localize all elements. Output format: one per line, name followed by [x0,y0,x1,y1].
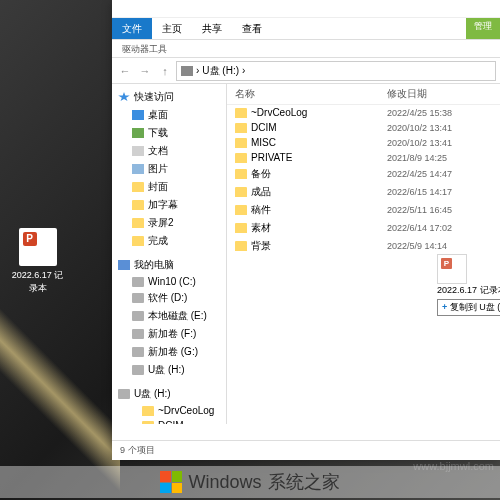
file-name: MISC [251,137,276,148]
file-name: PRIVATE [251,152,292,163]
file-name: 稿件 [251,203,271,217]
folder-icon [132,218,144,228]
sidebar-drive-f[interactable]: 新加卷 (F:) [112,325,226,343]
document-icon [132,146,144,156]
tab-home[interactable]: 主页 [152,18,192,39]
drive-icon [132,293,144,303]
title-bar[interactable] [112,0,500,18]
sidebar-udrive[interactable]: U盘 (H:) [112,385,226,403]
file-row[interactable]: 背景2022/5/9 14:14 [227,237,500,255]
drive-icon [132,365,144,375]
pdf-icon [437,254,467,284]
nav-forward-button[interactable]: → [136,62,154,80]
sidebar-item-cover[interactable]: 封面 [112,178,226,196]
breadcrumb[interactable]: › U盘 (H:) › [176,61,496,81]
usb-drive-icon [181,66,193,76]
sidebar-this-pc[interactable]: 我的电脑 [112,256,226,274]
explorer-content: 快速访问 桌面 下载 文档 图片 封面 加字幕 录屏2 完成 我的电脑 Win1… [112,84,500,424]
folder-icon [142,421,154,425]
sidebar-drive-d[interactable]: 软件 (D:) [112,289,226,307]
drive-icon [132,311,144,321]
file-explorer-window: 文件 主页 共享 查看 管理 驱动器工具 ← → ↑ › U盘 (H:) › 快… [112,0,500,460]
drive-icon [118,389,130,399]
sidebar-quick-access[interactable]: 快速访问 [112,88,226,106]
folder-icon [235,241,247,251]
folder-icon [235,187,247,197]
sidebar-item-record[interactable]: 录屏2 [112,214,226,232]
file-list[interactable]: 名称 修改日期 ~DrvCeoLog2022/4/25 15:38DCIM202… [227,84,500,424]
folder-icon [235,205,247,215]
sidebar-item-pictures[interactable]: 图片 [112,160,226,178]
drive-icon [132,347,144,357]
drive-icon [132,277,144,287]
windows-logo-icon [160,471,182,493]
download-icon [132,128,144,138]
file-date: 2022/4/25 15:38 [387,108,492,118]
sidebar-item-subtitle[interactable]: 加字幕 [112,196,226,214]
file-row[interactable]: 素材2022/6/14 17:02 [227,219,500,237]
column-name[interactable]: 名称 [235,87,387,101]
sidebar-udrive-item[interactable]: ~DrvCeoLog [112,403,226,418]
folder-icon [235,123,247,133]
status-bar: 9 个项目 [112,440,500,460]
file-date: 2021/8/9 14:25 [387,153,492,163]
ribbon-sub: 驱动器工具 [112,40,500,58]
file-date: 2020/10/2 13:41 [387,138,492,148]
picture-icon [132,164,144,174]
file-row[interactable]: MISC2020/10/2 13:41 [227,135,500,150]
sidebar-item-desktop[interactable]: 桌面 [112,106,226,124]
folder-icon [235,138,247,148]
file-row[interactable]: ~DrvCeoLog2022/4/25 15:38 [227,105,500,120]
file-row[interactable]: 备份2022/4/25 14:47 [227,165,500,183]
watermark: Windows系统之家 [0,466,500,498]
file-name: 成品 [251,185,271,199]
sidebar-item-done[interactable]: 完成 [112,232,226,250]
sidebar-drive-e[interactable]: 本地磁盘 (E:) [112,307,226,325]
address-bar: ← → ↑ › U盘 (H:) › [112,58,500,84]
file-name: 素材 [251,221,271,235]
column-headers: 名称 修改日期 [227,84,500,105]
navigation-pane: 快速访问 桌面 下载 文档 图片 封面 加字幕 录屏2 完成 我的电脑 Win1… [112,84,227,424]
file-row[interactable]: PRIVATE2021/8/9 14:25 [227,150,500,165]
nav-up-button[interactable]: ↑ [156,62,174,80]
sidebar-item-documents[interactable]: 文档 [112,142,226,160]
sidebar-item-downloads[interactable]: 下载 [112,124,226,142]
folder-icon [132,182,144,192]
file-name: DCIM [251,122,277,133]
tab-file[interactable]: 文件 [112,18,152,39]
desktop-icon [132,110,144,120]
breadcrumb-drive[interactable]: U盘 (H:) [202,64,239,78]
tab-share[interactable]: 共享 [192,18,232,39]
folder-icon [235,169,247,179]
watermark-brand: Windows [188,472,261,493]
pc-icon [118,260,130,270]
sidebar-udrive-item[interactable]: DCIM [112,418,226,424]
desktop-file-label: 2022.6.17 记录本 [10,269,65,295]
file-date: 2022/6/14 17:02 [387,223,492,233]
folder-icon [142,406,154,416]
file-name: ~DrvCeoLog [251,107,307,118]
file-date: 2022/5/11 16:45 [387,205,492,215]
sidebar-drive-h[interactable]: U盘 (H:) [112,361,226,379]
breadcrumb-sep: › [196,65,199,76]
nav-back-button[interactable]: ← [116,62,134,80]
file-date: 2022/5/9 14:14 [387,241,492,251]
file-row[interactable]: DCIM2020/10/2 13:41 [227,120,500,135]
watermark-suffix: 系统之家 [268,470,340,494]
sidebar-drive-g[interactable]: 新加卷 (G:) [112,343,226,361]
sidebar-drive-c[interactable]: Win10 (C:) [112,274,226,289]
file-date: 2022/4/25 14:47 [387,169,492,179]
file-row[interactable]: 成品2022/6/15 14:17 [227,183,500,201]
column-date[interactable]: 修改日期 [387,87,492,101]
file-name: 备份 [251,167,271,181]
tab-drive-tools[interactable]: 管理 [466,18,500,39]
star-icon [118,92,130,102]
file-date: 2022/6/15 14:17 [387,187,492,197]
file-row[interactable]: 稿件2022/5/11 16:45 [227,201,500,219]
file-name: 背景 [251,239,271,253]
folder-icon [132,200,144,210]
ribbon-sub-label[interactable]: 驱动器工具 [122,43,167,54]
status-item-count: 9 个项目 [120,445,155,455]
desktop-file-icon[interactable]: 2022.6.17 记录本 [10,228,65,295]
tab-view[interactable]: 查看 [232,18,272,39]
